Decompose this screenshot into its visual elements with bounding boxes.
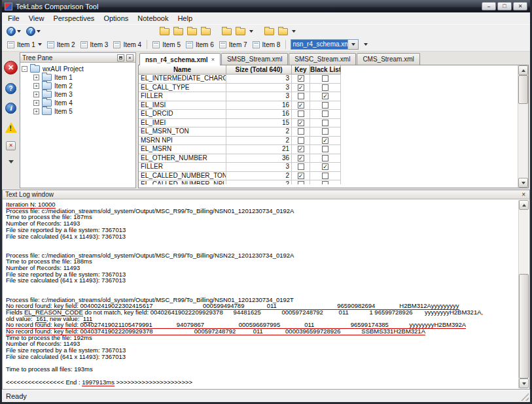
key-checkbox[interactable] bbox=[298, 163, 304, 170]
blacklist-checkbox[interactable] bbox=[322, 173, 328, 179]
info-button[interactable] bbox=[5, 103, 16, 114]
blacklist-checkbox[interactable] bbox=[322, 93, 328, 99]
menu-file[interactable]: File bbox=[3, 13, 24, 24]
key-checkbox[interactable] bbox=[298, 102, 304, 109]
doc-tab[interactable]: nsn_r4_schema.xml bbox=[139, 53, 221, 65]
key-checkbox[interactable] bbox=[298, 75, 304, 82]
titlebar[interactable]: TekLabs Comparison Tool bbox=[2, 0, 530, 12]
folder-button[interactable] bbox=[220, 25, 234, 38]
menu-options[interactable]: Options bbox=[99, 13, 133, 24]
chevron-down-icon[interactable] bbox=[9, 160, 14, 163]
tree-item[interactable]: Item 4 bbox=[22, 99, 134, 107]
close-button[interactable] bbox=[513, 2, 527, 10]
close-icon[interactable] bbox=[520, 191, 527, 198]
blacklist-checkbox[interactable] bbox=[322, 84, 328, 91]
key-checkbox[interactable] bbox=[298, 155, 304, 161]
collapse-icon[interactable] bbox=[22, 66, 27, 72]
scroll-down-button[interactable] bbox=[519, 379, 529, 388]
blacklist-checkbox[interactable] bbox=[322, 146, 328, 152]
help-button[interactable] bbox=[24, 25, 43, 38]
table-row[interactable]: MSRN NPI2 bbox=[139, 137, 528, 146]
menu-help[interactable]: Help bbox=[173, 13, 197, 24]
table-row[interactable]: FILLER3 bbox=[139, 92, 528, 101]
table-row[interactable]: EL_CALLED_NUMBER_TON2 bbox=[139, 172, 528, 181]
item-tab-7[interactable]: Item 7 bbox=[217, 41, 250, 49]
table-row[interactable]: EL_DRCID16 bbox=[139, 110, 528, 119]
table-row[interactable]: EL_MSRN21 bbox=[139, 145, 528, 154]
table-row[interactable]: FILLER3 bbox=[139, 163, 528, 172]
tree-item[interactable]: Item 3 bbox=[22, 90, 134, 99]
blacklist-checkbox[interactable] bbox=[322, 110, 328, 117]
table-row[interactable]: EL_IMEI15 bbox=[139, 119, 528, 128]
doc-tab[interactable]: CMS_Stream.xml bbox=[357, 53, 419, 65]
tree-item[interactable]: Item 1 bbox=[22, 73, 134, 82]
table-row[interactable]: EL_IMSI16 bbox=[139, 101, 528, 110]
expand-icon[interactable] bbox=[33, 100, 39, 106]
key-checkbox[interactable] bbox=[298, 84, 304, 91]
menu-perspectives[interactable]: Perspectives bbox=[48, 13, 99, 24]
folder-button[interactable] bbox=[171, 25, 185, 38]
schema-combobox[interactable]: nsn_r4_schema.xml bbox=[291, 39, 359, 50]
scroll-up-button[interactable] bbox=[518, 65, 528, 75]
close-red-button[interactable] bbox=[4, 61, 18, 75]
item-tab-8[interactable]: Item 8 bbox=[250, 41, 283, 49]
help-button[interactable] bbox=[5, 25, 23, 38]
table-row[interactable]: EL_CALL_TYPE3 bbox=[139, 84, 528, 93]
itembar-overflow-button[interactable] bbox=[363, 42, 369, 47]
tree-root[interactable]: wxAUI Project bbox=[22, 65, 134, 73]
blacklist-checkbox[interactable] bbox=[322, 75, 328, 82]
scroll-thumb[interactable] bbox=[518, 75, 528, 104]
scroll-down-button[interactable] bbox=[518, 178, 528, 188]
tree-item[interactable]: Item 5 bbox=[22, 107, 134, 116]
scroll-track[interactable] bbox=[519, 210, 529, 379]
key-checkbox[interactable] bbox=[298, 146, 304, 152]
blacklist-checkbox[interactable] bbox=[322, 120, 328, 126]
minimize-button[interactable] bbox=[482, 2, 496, 10]
toolbar-dropdown-button[interactable] bbox=[290, 25, 298, 38]
warning-button[interactable] bbox=[5, 122, 17, 133]
close-small-button[interactable] bbox=[6, 141, 16, 150]
log-scrollbar[interactable] bbox=[518, 200, 529, 388]
maximize-button[interactable] bbox=[497, 2, 512, 10]
help-button[interactable] bbox=[5, 83, 16, 94]
item-tab-4[interactable]: Item 4 bbox=[111, 41, 144, 49]
key-checkbox[interactable] bbox=[298, 137, 304, 144]
menu-notebook[interactable]: Notebook bbox=[133, 13, 173, 24]
close-icon[interactable] bbox=[126, 54, 133, 61]
item-tab-1[interactable]: Item 1 bbox=[5, 41, 44, 49]
key-checkbox[interactable] bbox=[298, 181, 304, 184]
table-row[interactable]: EL_CALLED_NUMBER_NPI2 bbox=[139, 180, 528, 184]
key-checkbox[interactable] bbox=[298, 93, 304, 99]
expand-icon[interactable] bbox=[33, 83, 39, 89]
resize-grip[interactable] bbox=[521, 393, 529, 401]
combobox-dropdown-button[interactable] bbox=[348, 39, 359, 50]
folder-button[interactable] bbox=[185, 25, 199, 38]
key-checkbox[interactable] bbox=[298, 128, 304, 135]
item-tab-5[interactable]: Item 5 bbox=[150, 41, 183, 49]
doc-tab[interactable]: SMSB_Stream.xml bbox=[221, 53, 288, 65]
close-icon[interactable] bbox=[211, 56, 215, 63]
tree-item[interactable]: Item 2 bbox=[22, 82, 134, 90]
blacklist-checkbox[interactable] bbox=[322, 155, 328, 161]
folder-button[interactable] bbox=[199, 25, 213, 38]
scroll-thumb[interactable] bbox=[519, 274, 529, 379]
key-checkbox[interactable] bbox=[298, 173, 304, 179]
item-tab-6[interactable]: Item 6 bbox=[183, 41, 217, 49]
folder-button[interactable] bbox=[276, 25, 290, 38]
expand-icon[interactable] bbox=[33, 75, 39, 80]
scroll-up-button[interactable] bbox=[519, 200, 529, 210]
blacklist-checkbox[interactable] bbox=[322, 128, 328, 135]
pin-icon[interactable] bbox=[117, 54, 124, 61]
item-tab-2[interactable]: Item 2 bbox=[44, 41, 78, 49]
expand-icon[interactable] bbox=[33, 109, 39, 114]
combobox-value-field[interactable]: nsn_r4_schema.xml bbox=[291, 39, 348, 50]
folder-button[interactable] bbox=[262, 25, 276, 38]
toolbar-dropdown-button[interactable] bbox=[247, 25, 255, 38]
item-tab-3[interactable]: Item 3 bbox=[78, 41, 111, 49]
table-row[interactable]: EL_INTERMEDIATE_CHARGING3 bbox=[139, 75, 528, 84]
table-row[interactable]: EL_OTHER_NUMBER36 bbox=[139, 154, 528, 163]
key-checkbox[interactable] bbox=[298, 120, 304, 126]
blacklist-checkbox[interactable] bbox=[322, 137, 328, 144]
key-checkbox[interactable] bbox=[298, 110, 304, 117]
folder-button[interactable] bbox=[234, 25, 247, 38]
